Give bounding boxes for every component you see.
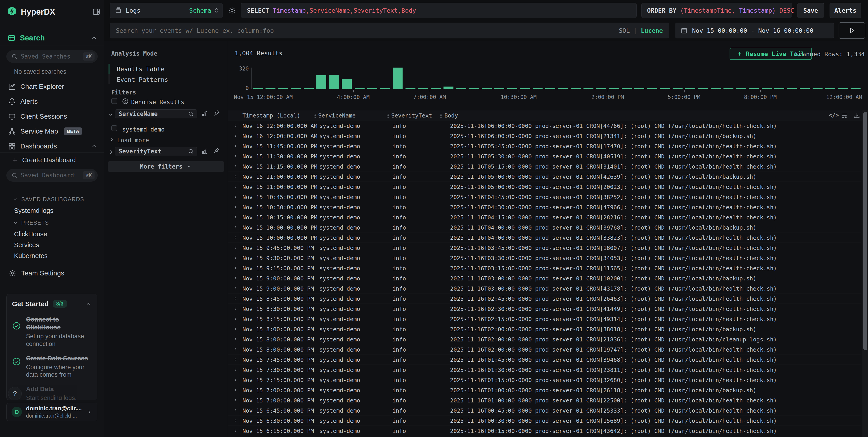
get-started-step-1[interactable]: Connect to ClickHouse Set up your databa… xyxy=(12,315,92,348)
table-row[interactable]: Nov 16 12:00:00.000 AM systemd-demo info… xyxy=(228,121,861,131)
histogram-bar[interactable] xyxy=(558,88,568,89)
histogram-bar[interactable] xyxy=(278,88,288,89)
row-expand-chevron-icon[interactable] xyxy=(234,124,238,128)
histogram-bar[interactable] xyxy=(253,88,263,89)
row-expand-chevron-icon[interactable] xyxy=(234,337,238,341)
saved-searches-input[interactable]: ⌘K xyxy=(6,50,98,63)
chevron-up-icon[interactable] xyxy=(91,35,97,41)
get-started-step-3[interactable]: Add Data Start sending logs, metrics, or… xyxy=(12,385,92,400)
table-row[interactable]: Nov 15 7:45:00.000 PM systemd-demo info … xyxy=(228,355,861,365)
row-expand-chevron-icon[interactable] xyxy=(234,205,238,209)
row-expand-chevron-icon[interactable] xyxy=(234,184,238,189)
histogram-bar[interactable] xyxy=(354,88,365,89)
histogram-bar[interactable] xyxy=(660,88,670,89)
table-row[interactable]: Nov 15 10:00:00.000 PM systemd-demo info… xyxy=(228,222,861,233)
histogram-bar[interactable] xyxy=(342,79,352,89)
table-row[interactable]: Nov 15 6:45:00.000 PM systemd-demo info … xyxy=(228,405,861,415)
table-row[interactable]: Nov 15 9:00:00.000 PM systemd-demo info … xyxy=(228,273,861,283)
row-expand-chevron-icon[interactable] xyxy=(234,307,238,311)
table-row[interactable]: Nov 15 7:15:00.000 PM systemd-demo info … xyxy=(228,375,861,385)
row-expand-chevron-icon[interactable] xyxy=(234,317,238,321)
table-row[interactable]: Nov 15 10:30:00.000 PM systemd-demo info… xyxy=(228,202,861,212)
row-expand-chevron-icon[interactable] xyxy=(234,174,238,178)
histogram-bar[interactable] xyxy=(507,88,517,89)
row-expand-chevron-icon[interactable] xyxy=(234,368,238,372)
row-expand-chevron-icon[interactable] xyxy=(234,297,238,301)
table-row[interactable]: Nov 15 10:45:00.000 PM systemd-demo info… xyxy=(228,192,861,202)
section-saved-dashboards[interactable]: SAVED DASHBOARDS xyxy=(13,196,84,202)
table-row[interactable]: Nov 15 9:30:00.000 PM systemd-demo info … xyxy=(228,253,861,263)
histogram-bar[interactable] xyxy=(367,88,377,89)
preset-clickhouse[interactable]: ClickHouse xyxy=(14,231,47,238)
facet-value-systemd-demo[interactable]: systemd-demo xyxy=(122,126,165,133)
row-expand-chevron-icon[interactable] xyxy=(234,358,238,362)
more-filters-button[interactable]: More filters xyxy=(107,161,224,172)
mode-event-patterns[interactable]: Event Patterns xyxy=(117,76,168,83)
collapse-sidebar-icon[interactable] xyxy=(92,8,100,16)
facet-chart-icon[interactable] xyxy=(201,148,208,155)
histogram-bar[interactable] xyxy=(685,88,695,89)
view-source-code-icon[interactable]: </> xyxy=(829,112,839,119)
row-expand-chevron-icon[interactable] xyxy=(234,286,238,290)
wrap-lines-icon[interactable] xyxy=(841,112,848,119)
facet-servicename[interactable]: ServiceName xyxy=(115,109,197,119)
table-row[interactable]: Nov 15 8:15:00.000 PM systemd-demo info … xyxy=(228,314,861,324)
histogram-bar[interactable] xyxy=(571,88,581,89)
search-icon[interactable] xyxy=(188,111,194,117)
row-expand-chevron-icon[interactable] xyxy=(234,215,238,219)
histogram-bar[interactable] xyxy=(787,88,797,89)
table-row[interactable]: Nov 15 11:00:00.000 PM systemd-demo info… xyxy=(228,182,861,192)
table-row[interactable]: Nov 15 6:30:00.000 PM systemd-demo info … xyxy=(228,415,861,426)
saved-dashboard-systemd-logs[interactable]: Systemd logs xyxy=(14,207,53,214)
sidebar-item-alerts[interactable]: Alerts xyxy=(0,95,104,108)
table-row[interactable]: Nov 15 10:00:00.000 PM systemd-demo info… xyxy=(228,233,861,243)
histogram-bar[interactable] xyxy=(520,88,530,89)
sidebar-item-search[interactable]: Search xyxy=(0,32,104,44)
histogram-bar[interactable] xyxy=(647,88,657,89)
histogram-plot[interactable] xyxy=(251,68,862,89)
histogram-bar[interactable] xyxy=(850,88,861,89)
row-expand-chevron-icon[interactable] xyxy=(234,378,238,382)
histogram-bar[interactable] xyxy=(304,88,314,89)
histogram-bar[interactable] xyxy=(813,88,823,89)
event-search-bar[interactable]: SQL | Lucene xyxy=(110,23,669,38)
pin-icon[interactable] xyxy=(213,147,220,154)
histogram-bar[interactable] xyxy=(482,88,492,89)
scrollbar-thumb[interactable] xyxy=(863,112,867,350)
events-histogram[interactable]: 320 0 Nov 15 12:00:00 AM4:00:00 AM7:00:0… xyxy=(228,66,868,100)
histogram-bar[interactable] xyxy=(443,87,454,89)
table-row[interactable]: Nov 15 7:00:00.000 PM systemd-demo info … xyxy=(228,385,861,395)
histogram-bar[interactable] xyxy=(494,88,504,89)
row-expand-chevron-icon[interactable] xyxy=(234,266,238,270)
row-expand-chevron-icon[interactable] xyxy=(234,154,238,158)
row-expand-chevron-icon[interactable] xyxy=(234,327,238,331)
table-row[interactable]: Nov 15 8:00:00.000 PM systemd-demo info … xyxy=(228,324,861,334)
row-expand-chevron-icon[interactable] xyxy=(234,408,238,412)
sidebar-item-service-map[interactable]: Service Map BETA xyxy=(0,125,104,138)
histogram-bar[interactable] xyxy=(456,88,466,89)
histogram-bar[interactable] xyxy=(596,88,606,89)
row-expand-chevron-icon[interactable] xyxy=(234,235,238,239)
table-row[interactable]: Nov 15 7:30:00.000 PM systemd-demo info … xyxy=(228,365,861,375)
histogram-bar[interactable] xyxy=(316,75,327,89)
row-expand-chevron-icon[interactable] xyxy=(234,429,238,433)
table-row[interactable]: Nov 15 8:00:00.000 PM systemd-demo info … xyxy=(228,344,861,355)
facet-chart-icon[interactable] xyxy=(201,110,208,117)
denoise-checkbox[interactable] xyxy=(111,98,117,104)
user-menu[interactable]: D dominic.tran@clic... dominic.tran@clic… xyxy=(6,403,97,421)
table-row[interactable]: Nov 15 11:45:00.000 PM systemd-demo info… xyxy=(228,141,861,151)
histogram-bar[interactable] xyxy=(800,88,810,89)
save-button[interactable]: Save xyxy=(797,3,824,18)
histogram-bar[interactable] xyxy=(749,88,759,89)
histogram-bar[interactable] xyxy=(431,88,441,89)
table-row[interactable]: Nov 15 6:15:00.000 PM systemd-demo info … xyxy=(228,426,861,436)
column-header-severitytext[interactable]: SeverityText xyxy=(386,112,432,119)
row-expand-chevron-icon[interactable] xyxy=(234,398,238,402)
source-selector[interactable]: Logs Schema xyxy=(110,3,223,18)
download-icon[interactable] xyxy=(854,112,860,119)
row-expand-chevron-icon[interactable] xyxy=(234,144,238,148)
chevron-up-icon[interactable] xyxy=(91,143,97,149)
pin-icon[interactable] xyxy=(213,110,220,116)
histogram-bar[interactable] xyxy=(762,88,772,89)
chevron-down-icon[interactable] xyxy=(107,112,114,117)
